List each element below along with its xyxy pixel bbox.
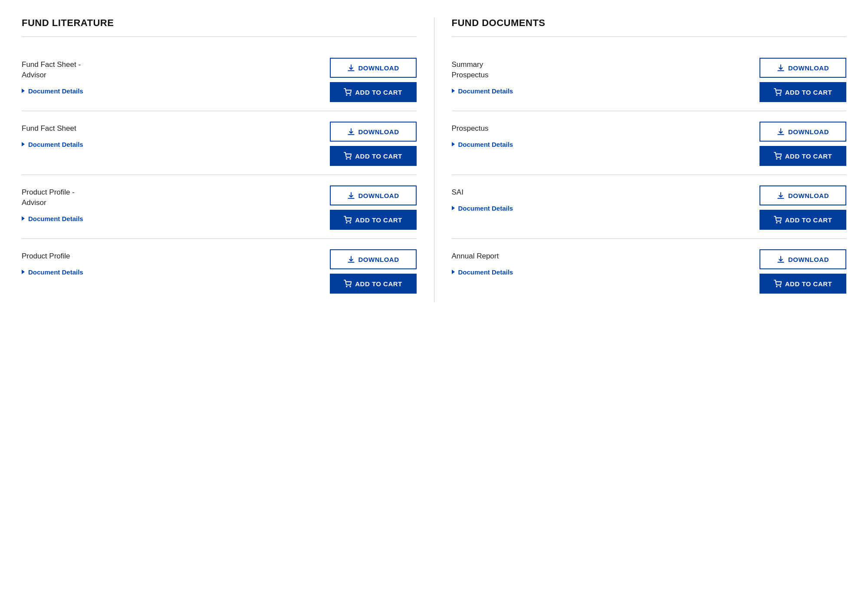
doc-info-annual-report: Annual ReportDocument Details	[452, 249, 760, 276]
cart-icon-fund-fact-sheet-advisor	[344, 88, 352, 96]
doc-details-label-product-profile-advisor: Document Details	[28, 215, 83, 222]
download-icon-fund-fact-sheet	[347, 128, 355, 136]
download-button-summary-prospectus[interactable]: DOWNLOAD	[760, 58, 846, 78]
chevron-right-icon-summary-prospectus	[452, 89, 455, 93]
add-to-cart-button-product-profile-advisor[interactable]: ADD TO CART	[330, 210, 417, 230]
svg-point-5	[350, 159, 351, 159]
doc-name-summary-prospectus: SummaryProspectus	[452, 60, 760, 80]
chevron-right-icon-annual-report	[452, 270, 455, 274]
cart-icon-product-profile	[344, 280, 352, 288]
svg-point-13	[776, 95, 777, 96]
download-button-fund-fact-sheet-advisor[interactable]: DOWNLOAD	[330, 58, 417, 78]
add-to-cart-label-fund-fact-sheet-advisor: ADD TO CART	[355, 89, 402, 96]
doc-info-product-profile-advisor: Product Profile -AdvisorDocument Details	[22, 185, 330, 222]
doc-details-link-fund-fact-sheet-advisor[interactable]: Document Details	[22, 87, 330, 95]
svg-point-2	[350, 95, 351, 96]
doc-info-sai: SAIDocument Details	[452, 185, 760, 212]
doc-info-summary-prospectus: SummaryProspectusDocument Details	[452, 58, 760, 95]
download-button-product-profile[interactable]: DOWNLOAD	[330, 249, 417, 269]
download-label-product-profile: DOWNLOAD	[358, 256, 399, 263]
doc-actions-annual-report: DOWNLOADADD TO CART	[760, 249, 846, 294]
add-to-cart-label-fund-fact-sheet: ADD TO CART	[355, 152, 402, 160]
doc-row-sai: SAIDocument DetailsDOWNLOADADD TO CART	[452, 175, 847, 239]
add-to-cart-label-product-profile-advisor: ADD TO CART	[355, 216, 402, 224]
download-label-product-profile-advisor: DOWNLOAD	[358, 192, 399, 199]
download-button-prospectus[interactable]: DOWNLOAD	[760, 122, 846, 142]
add-to-cart-button-fund-fact-sheet-advisor[interactable]: ADD TO CART	[330, 82, 417, 102]
download-label-annual-report: DOWNLOAD	[788, 256, 829, 263]
add-to-cart-label-product-profile: ADD TO CART	[355, 280, 402, 288]
download-label-fund-fact-sheet: DOWNLOAD	[358, 128, 399, 136]
section-title-fund-documents: FUND DOCUMENTS	[452, 17, 847, 29]
add-to-cart-button-sai[interactable]: ADD TO CART	[760, 210, 846, 230]
add-to-cart-label-prospectus: ADD TO CART	[785, 152, 832, 160]
add-to-cart-button-fund-fact-sheet[interactable]: ADD TO CART	[330, 146, 417, 166]
svg-point-17	[780, 159, 781, 159]
svg-point-7	[346, 222, 347, 223]
download-label-fund-fact-sheet-advisor: DOWNLOAD	[358, 64, 399, 72]
chevron-right-icon-prospectus	[452, 142, 455, 146]
doc-details-label-product-profile: Document Details	[28, 268, 83, 276]
doc-actions-fund-fact-sheet-advisor: DOWNLOADADD TO CART	[330, 58, 417, 102]
doc-actions-sai: DOWNLOADADD TO CART	[760, 185, 846, 230]
download-label-sai: DOWNLOAD	[788, 192, 829, 199]
doc-details-link-summary-prospectus[interactable]: Document Details	[452, 87, 760, 95]
add-to-cart-button-annual-report[interactable]: ADD TO CART	[760, 274, 846, 294]
doc-details-label-sai: Document Details	[458, 205, 513, 212]
doc-details-link-prospectus[interactable]: Document Details	[452, 141, 760, 148]
chevron-right-icon-product-profile	[22, 270, 25, 274]
doc-details-link-fund-fact-sheet[interactable]: Document Details	[22, 141, 330, 148]
download-icon-summary-prospectus	[777, 64, 785, 72]
cart-icon-prospectus	[774, 152, 782, 160]
doc-row-summary-prospectus: SummaryProspectusDocument DetailsDOWNLOA…	[452, 47, 847, 111]
chevron-right-icon-sai	[452, 206, 455, 210]
doc-details-label-fund-fact-sheet-advisor: Document Details	[28, 87, 83, 95]
doc-actions-product-profile-advisor: DOWNLOADADD TO CART	[330, 185, 417, 230]
download-icon-prospectus	[777, 128, 785, 136]
svg-point-23	[780, 286, 781, 287]
svg-point-11	[350, 286, 351, 287]
doc-name-sai: SAI	[452, 187, 760, 198]
section-divider-fund-documents	[452, 36, 847, 37]
doc-info-fund-fact-sheet: Fund Fact SheetDocument Details	[22, 122, 330, 148]
svg-point-16	[776, 159, 777, 159]
svg-point-1	[346, 95, 347, 96]
doc-details-link-product-profile[interactable]: Document Details	[22, 268, 330, 276]
add-to-cart-button-prospectus[interactable]: ADD TO CART	[760, 146, 846, 166]
doc-details-label-summary-prospectus: Document Details	[458, 87, 513, 95]
chevron-right-icon-fund-fact-sheet	[22, 142, 25, 146]
svg-point-22	[776, 286, 777, 287]
doc-details-link-product-profile-advisor[interactable]: Document Details	[22, 215, 330, 222]
doc-row-product-profile-advisor: Product Profile -AdvisorDocument Details…	[22, 175, 417, 239]
chevron-right-icon-product-profile-advisor	[22, 216, 25, 221]
doc-name-fund-fact-sheet-advisor: Fund Fact Sheet -Advisor	[22, 60, 330, 80]
sections-wrapper: FUND LITERATUREFund Fact Sheet -AdvisorD…	[22, 17, 846, 302]
doc-row-fund-fact-sheet: Fund Fact SheetDocument DetailsDOWNLOADA…	[22, 111, 417, 175]
svg-point-14	[780, 95, 781, 96]
doc-name-prospectus: Prospectus	[452, 123, 760, 134]
add-to-cart-button-summary-prospectus[interactable]: ADD TO CART	[760, 82, 846, 102]
doc-details-label-prospectus: Document Details	[458, 141, 513, 148]
add-to-cart-label-annual-report: ADD TO CART	[785, 280, 832, 288]
svg-point-4	[346, 159, 347, 159]
doc-info-prospectus: ProspectusDocument Details	[452, 122, 760, 148]
download-icon-product-profile-advisor	[347, 192, 355, 199]
svg-point-19	[776, 222, 777, 223]
download-button-sai[interactable]: DOWNLOAD	[760, 185, 846, 205]
doc-details-label-fund-fact-sheet: Document Details	[28, 141, 83, 148]
doc-row-fund-fact-sheet-advisor: Fund Fact Sheet -AdvisorDocument Details…	[22, 47, 417, 111]
doc-info-product-profile: Product ProfileDocument Details	[22, 249, 330, 276]
doc-row-annual-report: Annual ReportDocument DetailsDOWNLOADADD…	[452, 239, 847, 302]
section-title-fund-literature: FUND LITERATURE	[22, 17, 417, 29]
add-to-cart-button-product-profile[interactable]: ADD TO CART	[330, 274, 417, 294]
doc-details-label-annual-report: Document Details	[458, 268, 513, 276]
doc-details-link-sai[interactable]: Document Details	[452, 205, 760, 212]
download-button-product-profile-advisor[interactable]: DOWNLOAD	[330, 185, 417, 205]
download-label-summary-prospectus: DOWNLOAD	[788, 64, 829, 72]
download-icon-product-profile	[347, 255, 355, 263]
download-icon-sai	[777, 192, 785, 199]
download-button-annual-report[interactable]: DOWNLOAD	[760, 249, 846, 269]
add-to-cart-label-sai: ADD TO CART	[785, 216, 832, 224]
doc-details-link-annual-report[interactable]: Document Details	[452, 268, 760, 276]
download-button-fund-fact-sheet[interactable]: DOWNLOAD	[330, 122, 417, 142]
